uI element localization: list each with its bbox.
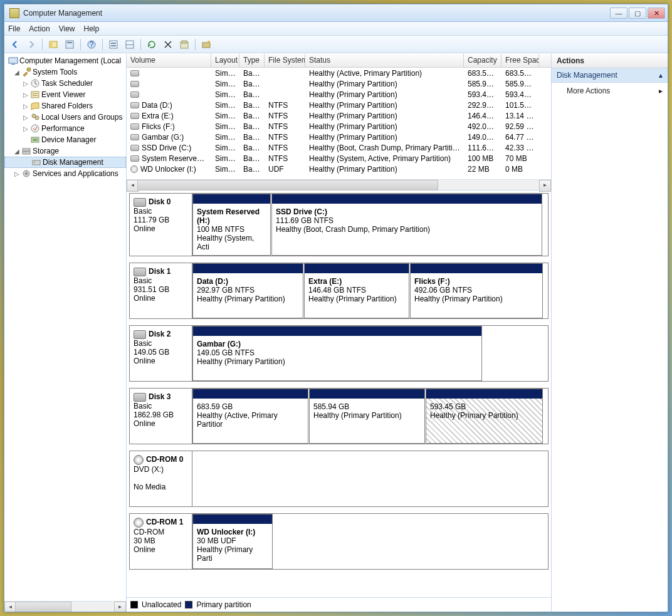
tree-disk-management[interactable]: Disk Management xyxy=(4,157,126,168)
volume-cell: Healthy (Primary Partition) xyxy=(305,133,464,142)
disk-block[interactable]: CD-ROM 1CD-ROM30 MBOnlineWD Unlocker (I:… xyxy=(129,513,549,570)
column-header-type[interactable]: Type xyxy=(239,54,265,67)
local-users-and-groups-icon xyxy=(30,112,40,122)
disk-block[interactable]: Disk 3Basic1862.98 GBOnline683.59 GBHeal… xyxy=(129,388,549,444)
disk-block[interactable]: CD-ROM 0DVD (X:)No Media xyxy=(129,451,549,507)
disk-partitions: 683.59 GBHealthy (Active, Primary Partit… xyxy=(192,389,548,444)
volume-row[interactable]: WD Unlocker (I:)SimpleBasicUDFHealthy (P… xyxy=(127,164,551,174)
tree-task-scheduler[interactable]: ▷Task Scheduler xyxy=(4,78,126,89)
volume-cell: 13.14 GB xyxy=(501,112,539,120)
collapse-caret-icon[interactable]: ◢ xyxy=(13,69,20,76)
partition[interactable]: 683.59 GBHealthy (Active, Primary Partit… xyxy=(192,389,308,444)
minimize-button[interactable]: — xyxy=(610,8,627,19)
tree-performance[interactable]: ▷Performance xyxy=(4,123,126,134)
partition[interactable]: System Reserved (H:)100 MB NTFSHealthy (… xyxy=(192,194,271,256)
column-header-layout[interactable]: Layout xyxy=(211,54,239,67)
disk-info: Disk 2Basic149.05 GBOnline xyxy=(130,326,192,381)
actions-section[interactable]: Disk Management ▴ xyxy=(552,68,668,83)
window-title: Computer Management xyxy=(23,9,610,18)
show-hide-tree-button[interactable] xyxy=(46,38,60,51)
partition[interactable]: SSD Drive (C:)111.69 GB NTFSHealthy (Boo… xyxy=(271,194,542,256)
volume-row[interactable]: Gambar (G:)SimpleBasicNTFSHealthy (Prima… xyxy=(127,132,551,142)
delete-button[interactable] xyxy=(161,38,175,51)
tree-event-viewer[interactable]: ▷Event Viewer xyxy=(4,89,126,100)
volume-cell: Healthy (Primary Partition) xyxy=(305,165,464,174)
column-header-free-space[interactable]: Free Space xyxy=(501,54,539,67)
disk-block[interactable]: Disk 2Basic149.05 GBOnlineGambar (G:)149… xyxy=(129,325,549,382)
actions-more[interactable]: More Actions ▸ xyxy=(552,83,668,99)
partition[interactable]: 593.45 GBHealthy (Primary Partition) xyxy=(426,389,543,444)
titlebar[interactable]: Computer Management — ▢ ✕ xyxy=(4,4,668,22)
menu-help[interactable]: Help xyxy=(84,24,100,33)
volume-row[interactable]: SimpleBasicHealthy (Primary Partition)59… xyxy=(127,89,551,100)
expand-caret-icon[interactable]: ▷ xyxy=(22,103,29,110)
volume-row[interactable]: Flicks (F:)SimpleBasicNTFSHealthy (Prima… xyxy=(127,121,551,132)
menu-action[interactable]: Action xyxy=(29,24,50,33)
tree-services[interactable]: ▷ Services and Applications xyxy=(4,168,126,179)
collapse-caret-icon[interactable]: ◢ xyxy=(13,148,20,155)
volume-cell: Simple xyxy=(211,144,239,152)
volume-row[interactable]: SimpleBasicHealthy (Primary Partition)58… xyxy=(127,78,551,89)
volume-row[interactable]: Data (D:)SimpleBasicNTFSHealthy (Primary… xyxy=(127,100,551,110)
volume-cell: Healthy (Primary Partition) xyxy=(305,122,464,131)
tree-device-manager[interactable]: ▷Device Manager xyxy=(4,134,126,145)
volume-cell: Healthy (Primary Partition) xyxy=(305,90,464,99)
volume-cell: 585.94 GB xyxy=(501,80,539,88)
partition-type-bar xyxy=(193,389,308,399)
expand-caret-icon[interactable]: ▷ xyxy=(13,170,20,177)
volume-row[interactable]: Extra (E:)SimpleBasicNTFSHealthy (Primar… xyxy=(127,110,551,121)
partition[interactable]: Flicks (F:)492.06 GB NTFSHealthy (Primar… xyxy=(410,263,543,318)
tree-storage[interactable]: ◢ Storage xyxy=(4,145,126,157)
tree-shared-folders[interactable]: ▷Shared Folders xyxy=(4,100,126,112)
volume-row[interactable]: SimpleBasicHealthy (Active, Primary Part… xyxy=(127,68,551,78)
forward-button[interactable] xyxy=(24,38,38,51)
tree-horizontal-scrollbar[interactable] xyxy=(4,601,126,612)
menu-file[interactable]: File xyxy=(8,24,20,33)
partition[interactable]: Data (D:)292.97 GB NTFSHealthy (Primary … xyxy=(192,263,303,318)
toolbar-button-4[interactable] xyxy=(199,38,213,51)
volume-cell: NTFS xyxy=(265,133,305,142)
expand-caret-icon[interactable]: ▷ xyxy=(22,114,29,121)
column-header-file-system[interactable]: File System xyxy=(265,54,305,67)
collapse-icon: ▴ xyxy=(659,71,663,80)
disk-block[interactable]: Disk 0Basic111.79 GBOnlineSystem Reserve… xyxy=(129,193,549,256)
volume-horizontal-scrollbar[interactable] xyxy=(127,179,551,190)
toolbar-button-3[interactable] xyxy=(177,38,191,51)
expand-caret-icon[interactable]: ▷ xyxy=(22,80,29,87)
toolbar-button-1[interactable] xyxy=(107,38,120,51)
svg-point-17 xyxy=(27,68,31,71)
volume-cell: Simple xyxy=(211,69,239,78)
tree-system-tools[interactable]: ◢ System Tools xyxy=(4,66,126,78)
back-button[interactable] xyxy=(8,38,22,51)
volume-cell: Basic xyxy=(239,165,265,174)
volume-row[interactable]: SSD Drive (C:)SimpleBasicNTFSHealthy (Bo… xyxy=(127,142,551,153)
partition[interactable]: 585.94 GBHealthy (Primary Partition) xyxy=(309,389,425,444)
actions-header: Actions xyxy=(552,54,668,68)
partition[interactable]: WD Unlocker (I:)30 MB UDFHealthy (Primar… xyxy=(192,514,273,569)
menu-view[interactable]: View xyxy=(59,24,75,33)
volume-cell: Simple xyxy=(211,154,239,163)
volume-row[interactable]: System Reserved (H:)SimpleBasicNTFSHealt… xyxy=(127,153,551,164)
toolbar-button-2[interactable] xyxy=(123,38,137,51)
refresh-button[interactable] xyxy=(145,38,159,51)
column-header-status[interactable]: Status xyxy=(305,54,464,67)
properties-button[interactable] xyxy=(63,38,76,51)
column-header-capacity[interactable]: Capacity xyxy=(464,54,501,67)
tree-root[interactable]: Computer Management (Local xyxy=(4,55,126,66)
tree-local-users-and-groups[interactable]: ▷Local Users and Groups xyxy=(4,112,126,123)
maximize-button[interactable]: ▢ xyxy=(629,8,646,19)
expand-caret-icon[interactable]: ▷ xyxy=(22,125,29,132)
expand-caret-icon[interactable]: ▷ xyxy=(22,91,29,98)
partition[interactable]: Gambar (G:)149.05 GB NTFSHealthy (Primar… xyxy=(192,326,482,381)
disk-block[interactable]: Disk 1Basic931.51 GBOnlineData (D:)292.9… xyxy=(129,263,549,319)
close-button[interactable]: ✕ xyxy=(648,8,665,19)
drive-icon xyxy=(130,123,139,130)
column-header-volume[interactable]: Volume xyxy=(127,54,211,67)
help-button[interactable]: ? xyxy=(85,38,98,51)
disk-partitions: Gambar (G:)149.05 GB NTFSHealthy (Primar… xyxy=(192,326,548,381)
legend-primary-label: Primary partition xyxy=(196,600,251,609)
volume-cell: 683.59 GB xyxy=(464,69,501,78)
volume-cell: 100 MB xyxy=(464,154,501,163)
volume-cell: Simple xyxy=(211,133,239,142)
partition[interactable]: Extra (E:)146.48 GB NTFSHealthy (Primary… xyxy=(304,263,409,318)
